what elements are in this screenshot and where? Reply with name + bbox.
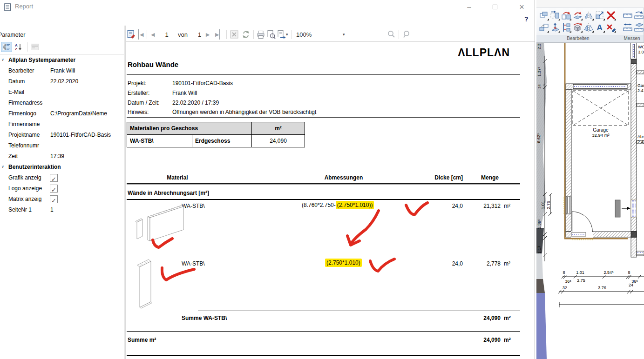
param-label: Firmenname: [8, 119, 49, 130]
maximize-icon: [493, 5, 497, 9]
param-row-bearbeiter[interactable]: Bearbeiter Frank Will: [0, 66, 124, 76]
copy-icon[interactable]: [538, 9, 549, 21]
mirror-3d-icon[interactable]: [583, 21, 594, 33]
red-check-row1: [406, 203, 427, 214]
export-button[interactable]: [277, 29, 286, 40]
sidebar-splitter[interactable]: [124, 26, 126, 359]
dimension-labels-bottom: 8 1.01 2.54⁵ 8 36⁵ 2.75 36⁵ 32 3.76 24: [563, 270, 638, 290]
move-copy-icon[interactable]: [561, 9, 572, 21]
opening-right: [631, 200, 637, 217]
furniture-symbol: [615, 200, 630, 217]
check-icon: ✓: [51, 197, 56, 204]
first-page-button[interactable]: ◀: [138, 29, 143, 40]
move-icon[interactable]: [549, 9, 561, 21]
mirror-icon[interactable]: [583, 9, 594, 21]
export-dropdown-caret[interactable]: ▾: [286, 29, 288, 40]
param-group-systemparameter[interactable]: ∨ Allplan Systemparameter: [0, 55, 124, 66]
room-area-label: 3.0: [638, 50, 644, 54]
svg-text:Z: Z: [15, 47, 17, 51]
param-row-matrix-anzeigen[interactable]: Matrix anzeig ✓: [0, 194, 124, 205]
next-page-button[interactable]: ▶: [206, 29, 210, 40]
param-row-firmenlogo[interactable]: Firmenlogo C:\ProgramData\Neme: [0, 108, 124, 119]
cancel-rendering-button[interactable]: [230, 29, 239, 40]
param-row-zeit[interactable]: Zeit 17:39: [0, 151, 124, 162]
close-button[interactable]: ×: [511, 0, 532, 14]
search-next-icon[interactable]: [402, 29, 411, 40]
search-icon[interactable]: [386, 29, 396, 40]
text-tool-icon[interactable]: A: [594, 21, 605, 33]
measure-area-icon[interactable]: [633, 21, 644, 33]
refresh-button[interactable]: [241, 29, 251, 40]
matrix-title-cell: Materialien pro Geschoss: [127, 122, 252, 135]
help-button[interactable]: ?: [524, 15, 529, 23]
zoom-select[interactable]: 100%: [296, 29, 312, 40]
grafik-checkbox[interactable]: ✓: [50, 174, 58, 182]
modify-delete-icon[interactable]: [605, 21, 617, 33]
param-value: 17:39: [50, 151, 123, 162]
last-page-button[interactable]: ▶: [215, 29, 220, 40]
rotate-3d-icon[interactable]: [572, 21, 583, 33]
ribbon-group-label[interactable]: Bearbeiten: [536, 35, 620, 42]
page-number-input[interactable]: 1: [161, 29, 172, 40]
svg-text:8: 8: [628, 270, 630, 275]
group-label: Benutzerinteraktion: [8, 162, 61, 173]
cad-viewport[interactable]: Garage 32.94 m² WC 3.0 Gar 2.41 Abs 2.4 …: [536, 43, 644, 359]
param-row-projektname[interactable]: Projektname 190101-FitforCAD-Basis: [0, 130, 124, 140]
svg-text:32: 32: [563, 286, 567, 290]
sum-material-label: Summe WA-STB\: [182, 315, 227, 321]
param-row-logo-anzeigen[interactable]: Logo anzeige ✓: [0, 183, 124, 194]
info-label: Projekt:: [128, 80, 147, 86]
param-label: Bearbeiter: [8, 66, 49, 76]
param-row-datum[interactable]: Datum 22.02.2020: [0, 76, 124, 87]
check-icon: ✓: [51, 186, 56, 193]
param-row-firmenname[interactable]: Firmenname: [0, 119, 124, 130]
logo-checkbox[interactable]: ✓: [50, 185, 58, 193]
info-value: Öffnungen werden in Abhängigkeit der VOB…: [172, 109, 316, 115]
param-label: E-Mail: [8, 87, 49, 98]
room-label: Garage: [593, 127, 609, 133]
measure-angle-icon[interactable]: [633, 9, 644, 21]
previous-page-button[interactable]: ◀: [151, 29, 155, 40]
double-rule: [127, 183, 520, 185]
ribbon-top-strip: [536, 0, 644, 7]
param-label: SeiteNr 1: [8, 205, 49, 215]
param-value: Frank Will: [50, 66, 123, 76]
measure-length-icon[interactable]: [622, 9, 633, 21]
maximize-button[interactable]: [484, 0, 505, 14]
print-button[interactable]: [256, 29, 265, 40]
red-check-graphic2: [162, 268, 194, 280]
red-arrow-head: [347, 236, 359, 245]
property-pages-icon[interactable]: [29, 42, 41, 52]
minimize-button[interactable]: –: [459, 0, 480, 14]
matrix-material-cell: WA-STB\: [127, 135, 192, 147]
sort-alphabetical-icon[interactable]: AZ: [13, 42, 24, 52]
param-row-grafik-anzeigen[interactable]: Grafik anzeig ✓: [0, 173, 124, 183]
toolbar-separator: [253, 30, 254, 39]
delete-icon[interactable]: [605, 9, 617, 21]
print-layout-button[interactable]: [266, 29, 276, 40]
convert-copy-icon[interactable]: [538, 21, 549, 33]
svg-text:36⁵: 36⁵: [565, 279, 571, 284]
svg-text:3.76: 3.76: [598, 286, 606, 290]
row-menge: 2,778: [467, 260, 501, 267]
zoom-dropdown-caret[interactable]: ▾: [343, 29, 345, 40]
row-formula: (8.760*2.750-(2.750*1.010)): [302, 202, 374, 208]
move-z-icon[interactable]: [549, 21, 561, 33]
param-row-seitenr[interactable]: SeiteNr 1 1: [0, 205, 124, 215]
toolbar-separator: [147, 30, 147, 39]
rule: [127, 117, 520, 118]
param-row-email[interactable]: E-Mail: [0, 87, 124, 98]
column-header-dicke: Dicke [cm]: [429, 174, 463, 181]
align-icon[interactable]: [561, 21, 572, 33]
matrix-checkbox[interactable]: ✓: [50, 195, 58, 203]
scale-icon[interactable]: [594, 9, 605, 21]
param-row-telefonnummer[interactable]: Telefonnumr: [0, 140, 124, 151]
rule: [127, 331, 520, 332]
param-group-benutzerinteraktion[interactable]: ∨ Benutzerinteraktion: [0, 162, 124, 173]
param-row-firmenadresse[interactable]: Firmenadress: [0, 98, 124, 108]
rotate-icon[interactable]: [572, 9, 583, 21]
ribbon-group-label[interactable]: Messen: [620, 35, 644, 42]
edit-report-button[interactable]: [127, 29, 136, 40]
measure-distance-icon[interactable]: [622, 21, 633, 33]
categorized-view-icon[interactable]: [1, 42, 12, 52]
